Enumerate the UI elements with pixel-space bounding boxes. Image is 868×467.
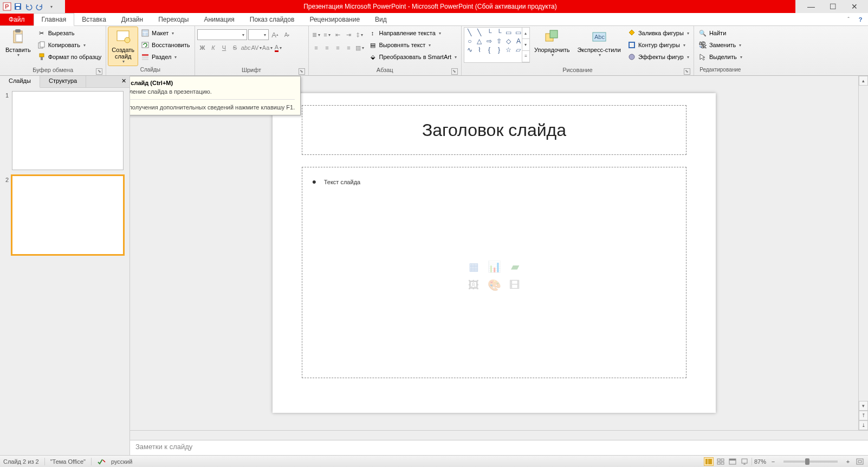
view-slideshow-icon[interactable] bbox=[740, 457, 749, 466]
char-spacing-button[interactable]: AV▾ bbox=[251, 42, 262, 53]
spellcheck-icon[interactable] bbox=[97, 458, 106, 465]
section-button[interactable]: Раздел▾ bbox=[139, 51, 192, 63]
quick-styles-button[interactable]: Abc Экспресс-стили▾ bbox=[574, 27, 624, 59]
shape-diamond-icon[interactable]: ◇ bbox=[504, 37, 514, 46]
tab-slideshow[interactable]: Показ слайдов bbox=[242, 14, 302, 25]
zoom-slider[interactable] bbox=[783, 460, 838, 463]
select-button[interactable]: Выделить▾ bbox=[696, 51, 744, 63]
tab-home[interactable]: Главная bbox=[34, 13, 75, 26]
help-icon[interactable]: ? bbox=[856, 15, 865, 24]
vertical-scrollbar[interactable]: ▴ ▾ ⤒ ⤓ bbox=[858, 76, 868, 430]
font-color-button[interactable]: A▾ bbox=[273, 42, 284, 53]
shapes-gallery[interactable]: ╲ ╲ └ └ ▭ ▭ ○ △ ⇨ ⇧ ◇ A ∿ ⌇ { } ☆ ▱ ▴▾≡ bbox=[464, 27, 530, 63]
format-painter-button[interactable]: Формат по образцу bbox=[35, 51, 104, 63]
text-direction-button[interactable]: ↕Направление текста▾ bbox=[366, 27, 459, 39]
status-language[interactable]: русский bbox=[111, 458, 132, 465]
drawing-dialog-launcher[interactable]: ⬊ bbox=[684, 68, 690, 75]
slide-thumbnail-1[interactable] bbox=[12, 91, 124, 170]
shape-fill-button[interactable]: Заливка фигуры▾ bbox=[625, 27, 691, 39]
insert-table-icon[interactable]: ▦ bbox=[465, 259, 482, 274]
bold-button[interactable]: Ж bbox=[197, 42, 208, 53]
save-icon[interactable] bbox=[13, 2, 23, 11]
content-placeholder[interactable]: Текст слайда ▦ 📊 ▰ 🖼 🎨 🎞 bbox=[302, 167, 686, 378]
redo-icon[interactable] bbox=[35, 2, 44, 11]
shape-connector-icon[interactable]: └ bbox=[484, 28, 494, 37]
shadow-button[interactable]: abc bbox=[241, 42, 251, 53]
insert-smartart-icon[interactable]: ▰ bbox=[506, 259, 523, 274]
line-spacing-button[interactable]: ‡▾ bbox=[354, 29, 365, 40]
view-sorter-icon[interactable] bbox=[716, 457, 726, 466]
justify-button[interactable]: ≡ bbox=[344, 42, 354, 53]
align-center-button[interactable]: ≡ bbox=[322, 42, 333, 53]
font-dialog-launcher[interactable]: ⬊ bbox=[299, 68, 305, 75]
align-text-button[interactable]: ▤Выровнять текст▾ bbox=[366, 39, 459, 51]
clipboard-dialog-launcher[interactable]: ⬊ bbox=[96, 68, 102, 75]
tab-file[interactable]: Файл bbox=[0, 14, 34, 25]
shape-rect-icon[interactable]: ▭ bbox=[504, 28, 514, 37]
convert-smartart-button[interactable]: ⬙Преобразовать в SmartArt▾ bbox=[366, 51, 459, 63]
underline-button[interactable]: Ч bbox=[219, 42, 230, 53]
gallery-up-icon[interactable]: ▴ bbox=[522, 28, 529, 39]
maximize-button[interactable]: ☐ bbox=[827, 2, 839, 11]
horizontal-scrollbar[interactable] bbox=[130, 431, 868, 440]
shape-brace-icon[interactable]: { bbox=[484, 46, 494, 54]
shape-effects-button[interactable]: Эффекты фигур▾ bbox=[625, 51, 691, 63]
tab-transitions[interactable]: Переходы bbox=[151, 14, 196, 25]
slide-thumbnail-2[interactable] bbox=[12, 176, 124, 255]
shape-oval-icon[interactable]: ○ bbox=[465, 37, 475, 46]
zoom-in-button[interactable]: + bbox=[843, 457, 853, 466]
increase-indent-button[interactable]: ⇥ bbox=[344, 29, 354, 40]
shape-brace2-icon[interactable]: } bbox=[494, 46, 504, 54]
align-left-button[interactable]: ≡ bbox=[311, 42, 322, 53]
zoom-level[interactable]: 87% bbox=[754, 458, 766, 465]
notes-pane[interactable]: Заметки к слайду bbox=[130, 440, 868, 455]
close-button[interactable]: ✕ bbox=[848, 2, 860, 11]
qat-customize-icon[interactable]: ▾ bbox=[47, 2, 56, 11]
panel-tab-slides[interactable]: Слайды bbox=[0, 76, 40, 88]
shrink-font-button[interactable]: A▾ bbox=[282, 29, 293, 40]
decrease-indent-button[interactable]: ⇤ bbox=[333, 29, 344, 40]
panel-close-icon[interactable]: ✕ bbox=[118, 76, 129, 87]
tab-review[interactable]: Рецензирование bbox=[302, 14, 367, 25]
undo-icon[interactable] bbox=[24, 2, 34, 11]
columns-button[interactable]: ▥▾ bbox=[354, 42, 365, 53]
layout-button[interactable]: Макет▾ bbox=[139, 27, 192, 39]
reset-button[interactable]: Восстановить bbox=[139, 39, 192, 51]
minimize-button[interactable]: — bbox=[805, 2, 817, 11]
replace-button[interactable]: abacЗаменить▾ bbox=[696, 39, 744, 51]
insert-picture-icon[interactable]: 🖼 bbox=[465, 277, 482, 293]
change-case-button[interactable]: Aa▾ bbox=[262, 42, 273, 53]
align-right-button[interactable]: ≡ bbox=[333, 42, 344, 53]
shape-curve-icon[interactable]: ∿ bbox=[465, 46, 475, 54]
panel-tab-outline[interactable]: Структура bbox=[40, 76, 86, 87]
zoom-out-button[interactable]: − bbox=[768, 457, 778, 466]
tab-design[interactable]: Дизайн bbox=[114, 14, 151, 25]
gallery-down-icon[interactable]: ▾ bbox=[522, 39, 529, 50]
font-name-combo[interactable]: ▾ bbox=[197, 29, 247, 40]
paste-button[interactable]: Вставить▾ bbox=[2, 27, 34, 59]
view-reading-icon[interactable] bbox=[728, 457, 737, 466]
insert-chart-icon[interactable]: 📊 bbox=[485, 259, 503, 274]
minimize-ribbon-icon[interactable]: ˆ bbox=[844, 15, 853, 24]
scroll-up-icon[interactable]: ▴ bbox=[859, 76, 868, 86]
paragraph-dialog-launcher[interactable]: ⬊ bbox=[451, 68, 458, 75]
cut-button[interactable]: ✂Вырезать bbox=[35, 27, 104, 39]
view-normal-icon[interactable] bbox=[704, 457, 714, 466]
gallery-more-icon[interactable]: ≡ bbox=[522, 51, 529, 62]
tab-insert[interactable]: Вставка bbox=[74, 14, 114, 25]
scroll-down-icon[interactable]: ▾ bbox=[859, 401, 868, 411]
shape-triangle-icon[interactable]: △ bbox=[475, 37, 484, 46]
insert-media-icon[interactable]: 🎞 bbox=[506, 277, 523, 293]
italic-button[interactable]: К bbox=[208, 42, 219, 53]
arrange-button[interactable]: Упорядочить▾ bbox=[531, 27, 573, 59]
shape-arrow2-icon[interactable]: ⇧ bbox=[494, 37, 504, 46]
fit-to-window-button[interactable] bbox=[855, 457, 865, 466]
copy-button[interactable]: Копировать▾ bbox=[35, 39, 104, 51]
shape-line-icon[interactable]: ╲ bbox=[465, 28, 475, 37]
new-slide-button[interactable]: Создать слайд▾ bbox=[108, 27, 138, 66]
shape-arrow-icon[interactable]: ⇨ bbox=[484, 37, 494, 46]
shape-connector2-icon[interactable]: └ bbox=[494, 28, 504, 37]
strike-button[interactable]: S bbox=[230, 42, 241, 53]
shape-line2-icon[interactable]: ╲ bbox=[475, 28, 484, 37]
title-placeholder[interactable]: Заголовок слайда bbox=[302, 105, 686, 155]
